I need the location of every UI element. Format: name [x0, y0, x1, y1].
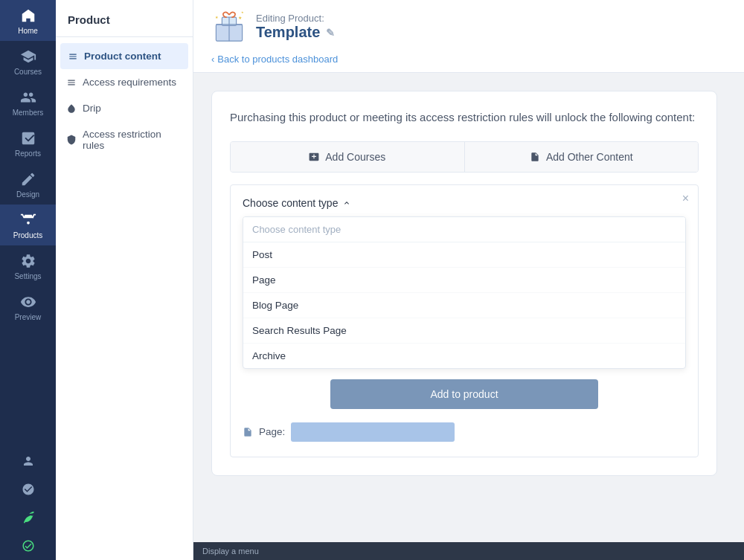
main-area: ★ ★ ★ Editing Product: Template ✎ ‹ Back…	[193, 0, 744, 560]
sidebar-item-reports[interactable]: Reports	[0, 123, 56, 164]
header-top: ★ ★ ★ Editing Product: Template ✎	[211, 9, 726, 52]
template-name: Template ✎	[256, 24, 335, 41]
dropdown-item-archive[interactable]: Archive	[243, 344, 685, 368]
sidebar-nav: Product content Access requirements Drip…	[56, 37, 193, 164]
edit-pencil-icon[interactable]: ✎	[326, 27, 335, 39]
back-link[interactable]: ‹ Back to products dashboard	[211, 54, 338, 72]
icon-bar-bottom	[0, 447, 56, 560]
page-header: ★ ★ ★ Editing Product: Template ✎ ‹ Back…	[193, 0, 744, 73]
dropdown-section: × Choose content type Choose content typ…	[230, 184, 699, 457]
bottom-icon-2[interactable]	[0, 475, 56, 503]
sidebar-item-products[interactable]: Products	[0, 205, 56, 245]
add-other-content-button[interactable]: Add Other Content	[464, 142, 699, 172]
add-to-product-button[interactable]: Add to product	[330, 379, 598, 409]
dropdown-item-page[interactable]: Page	[243, 268, 685, 293]
sidebar-item-preview[interactable]: Preview	[0, 286, 56, 327]
editing-label: Editing Product:	[256, 13, 335, 24]
nav-item-access-restriction-rules[interactable]: Access restriction rules	[56, 121, 193, 158]
close-button[interactable]: ×	[682, 193, 689, 205]
bottom-icon-active[interactable]	[0, 532, 56, 560]
main-card: Purchasing this product or meeting its a…	[211, 91, 717, 476]
page-input[interactable]	[291, 422, 455, 442]
nav-item-product-content[interactable]: Product content	[60, 43, 188, 69]
dropdown-list: Choose content type Post Page Blog Page …	[243, 216, 686, 369]
dropdown-placeholder: Choose content type	[243, 217, 685, 242]
product-icon: ★ ★ ★	[211, 9, 247, 45]
tab-buttons: Add Courses Add Other Content	[230, 141, 699, 173]
bottom-icon-1[interactable]	[0, 447, 56, 475]
sidebar: Product Product content Access requireme…	[56, 0, 193, 560]
sidebar-item-members[interactable]: Members	[0, 82, 56, 123]
bottom-bar[interactable]: Display a menu	[193, 542, 744, 560]
nav-item-access-requirements[interactable]: Access requirements	[56, 69, 193, 95]
nav-item-drip[interactable]: Drip	[56, 95, 193, 121]
page-row: Page:	[243, 419, 686, 445]
chevron-up-icon	[342, 199, 351, 207]
header-text: Editing Product: Template ✎	[256, 13, 335, 41]
sidebar-title: Product	[56, 0, 193, 37]
dropdown-item-blog-page[interactable]: Blog Page	[243, 293, 685, 318]
bottom-icon-leaf[interactable]	[0, 503, 56, 532]
content-area: Purchasing this product or meeting its a…	[193, 73, 744, 542]
page-label: Page:	[259, 426, 285, 437]
card-description: Purchasing this product or meeting its a…	[230, 109, 699, 126]
svg-text:★: ★	[241, 10, 244, 14]
dropdown-item-search-results-page[interactable]: Search Results Page	[243, 318, 685, 344]
svg-text:★: ★	[215, 16, 219, 19]
sidebar-item-design[interactable]: Design	[0, 164, 56, 205]
sidebar-item-courses[interactable]: Courses	[0, 41, 56, 82]
dropdown-item-post[interactable]: Post	[243, 242, 685, 268]
content-type-label[interactable]: Choose content type	[243, 197, 686, 209]
svg-text:★: ★	[238, 15, 242, 20]
page-icon	[243, 427, 253, 437]
add-courses-button[interactable]: Add Courses	[231, 142, 464, 172]
sidebar-item-home[interactable]: Home	[0, 0, 56, 41]
sidebar-item-settings[interactable]: Settings	[0, 245, 56, 286]
icon-bar: Home Courses Members Reports Design Prod…	[0, 0, 56, 560]
chevron-left-icon: ‹	[211, 54, 214, 65]
